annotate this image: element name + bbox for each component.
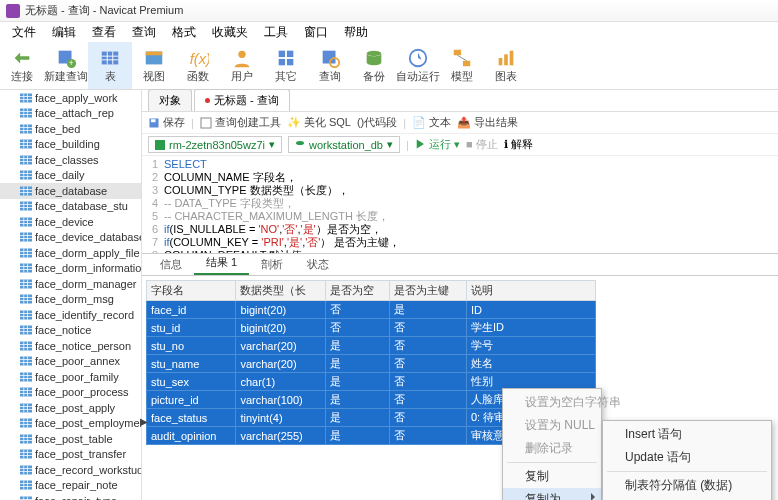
toolbar-chart-button[interactable]: 图表 (484, 42, 528, 89)
svg-point-18 (367, 51, 382, 57)
menu-工具[interactable]: 工具 (256, 22, 296, 43)
toolbar-view-button[interactable]: 视图 (132, 42, 176, 89)
tree-item-face_repair_note[interactable]: face_repair_note (0, 478, 141, 494)
col-header[interactable]: 数据类型（长 (236, 281, 326, 301)
toolbar-newquery-button[interactable]: +新建查询 (44, 42, 88, 89)
toolbar-query-button[interactable]: 查询 (308, 42, 352, 89)
sql-editor[interactable]: 1SELECT2 COLUMN_NAME 字段名，3 COLUMN_TYPE 数… (142, 156, 778, 254)
window-title: 无标题 - 查询 - Navicat Premium (25, 3, 183, 18)
toolbar-backup-button[interactable]: 备份 (352, 42, 396, 89)
col-header[interactable]: 是否为主键 (390, 281, 467, 301)
toolbar-model-button[interactable]: 模型 (440, 42, 484, 89)
menu-窗口[interactable]: 窗口 (296, 22, 336, 43)
tree-item-face_post_apply[interactable]: face_post_apply (0, 400, 141, 416)
document-tabs: 对象 无标题 - 查询 (142, 90, 778, 112)
export-results-button[interactable]: 📤导出结果 (457, 115, 518, 130)
tree-item-face_apply_work[interactable]: face_apply_work (0, 90, 141, 106)
server-combo[interactable]: rm-2zetn83n05wz7i ▾ (148, 136, 282, 153)
main-toolbar: 连接+新建查询表视图f(x)函数用户其它查询备份自动运行模型图表 (0, 42, 778, 90)
database-combo[interactable]: workstation_db ▾ (288, 136, 400, 153)
tree-item-face_post_table[interactable]: face_post_table (0, 431, 141, 447)
toolbar-user-button[interactable]: 用户 (220, 42, 264, 89)
svg-point-11 (238, 51, 245, 58)
current-row-indicator-icon: ▶ (140, 416, 148, 427)
menu-item[interactable]: 制表符分隔值 (数据) (603, 474, 771, 497)
tree-item-face_notice[interactable]: face_notice (0, 323, 141, 339)
tree-item-face_notice_person[interactable]: face_notice_person (0, 338, 141, 354)
tree-item-face_dorm_manager[interactable]: face_dorm_manager (0, 276, 141, 292)
toolbar-func-button[interactable]: f(x)函数 (176, 42, 220, 89)
svg-rect-51 (20, 171, 32, 180)
menu-item: 删除记录 (503, 437, 601, 460)
menu-item[interactable]: 复制 (503, 465, 601, 488)
tree-item-face_attach_rep[interactable]: face_attach_rep (0, 106, 141, 122)
svg-rect-101 (20, 326, 32, 335)
beautify-sql-button[interactable]: ✨美化 SQL (287, 115, 351, 130)
table-row[interactable]: face_idbigint(20)否是ID (147, 301, 596, 319)
menu-格式[interactable]: 格式 (164, 22, 204, 43)
svg-text:f(x): f(x) (190, 51, 209, 67)
menu-查询[interactable]: 查询 (124, 22, 164, 43)
svg-rect-23 (499, 58, 503, 65)
result-tab-1[interactable]: 结果 1 (194, 252, 249, 275)
tree-item-face_database[interactable]: face_database (0, 183, 141, 199)
tree-item-face_dorm_apply_file[interactable]: face_dorm_apply_file (0, 245, 141, 261)
tab-objects[interactable]: 对象 (148, 89, 192, 111)
tree-item-face_device_database[interactable]: face_device_database (0, 230, 141, 246)
menu-编辑[interactable]: 编辑 (44, 22, 84, 43)
menu-item[interactable]: Insert 语句 (603, 423, 771, 446)
code-snippet-button[interactable]: ()代码段 (357, 115, 397, 130)
result-tab-3[interactable]: 状态 (295, 254, 341, 275)
table-row[interactable]: stu_namevarchar(20)是否姓名 (147, 355, 596, 373)
svg-rect-121 (20, 388, 32, 397)
menu-帮助[interactable]: 帮助 (336, 22, 376, 43)
table-row[interactable]: stu_idbigint(20)否否学生ID (147, 319, 596, 337)
toolbar-connect-button[interactable]: 连接 (0, 42, 44, 89)
menu-查看[interactable]: 查看 (84, 22, 124, 43)
tree-item-face_daily[interactable]: face_daily (0, 168, 141, 184)
tree-item-face_post_employmen[interactable]: face_post_employmen (0, 416, 141, 432)
tree-item-face_dorm_informatior[interactable]: face_dorm_informatior (0, 261, 141, 277)
col-header[interactable]: 是否为空 (326, 281, 390, 301)
tree-item-face_database_stu[interactable]: face_database_stu (0, 199, 141, 215)
tree-item-face_poor_family[interactable]: face_poor_family (0, 369, 141, 385)
tab-query-untitled[interactable]: 无标题 - 查询 (194, 89, 290, 111)
toolbar-table-button[interactable]: 表 (88, 42, 132, 89)
tree-item-face_poor_annex[interactable]: face_poor_annex (0, 354, 141, 370)
svg-rect-24 (504, 54, 508, 65)
context-menu[interactable]: 设置为空白字符串设置为 NULL删除记录复制复制为粘贴显示 (502, 388, 602, 500)
text-button[interactable]: 📄文本 (412, 115, 451, 130)
context-submenu-copy-as[interactable]: Insert 语句Update 语句制表符分隔值 (数据)制表符分隔值 (字段名… (602, 420, 772, 500)
tree-item-face_record_workstudy[interactable]: face_record_workstudy (0, 462, 141, 478)
tree-item-face_poor_process[interactable]: face_poor_process (0, 385, 141, 401)
explain-button[interactable]: ℹ 解释 (504, 137, 533, 152)
result-tabs: 信息结果 1剖析状态 (142, 254, 778, 276)
menu-收藏夹[interactable]: 收藏夹 (204, 22, 256, 43)
save-button[interactable]: 保存 (148, 115, 185, 130)
menu-文件[interactable]: 文件 (4, 22, 44, 43)
tree-item-face_classes[interactable]: face_classes (0, 152, 141, 168)
menu-item[interactable]: 复制为 (503, 488, 601, 500)
tree-item-face_dorm_msg[interactable]: face_dorm_msg (0, 292, 141, 308)
run-button[interactable]: ▶ 运行 ▾ (415, 137, 460, 152)
tree-item-face_repair_type[interactable]: face_repair_type (0, 493, 141, 500)
tree-item-face_device[interactable]: face_device (0, 214, 141, 230)
tree-item-face_identify_record[interactable]: face_identify_record (0, 307, 141, 323)
toolbar-autorun-button[interactable]: 自动运行 (396, 42, 440, 89)
tree-item-face_bed[interactable]: face_bed (0, 121, 141, 137)
result-tab-2[interactable]: 剖析 (249, 254, 295, 275)
tree-item-face_building[interactable]: face_building (0, 137, 141, 153)
query-builder-button[interactable]: 查询创建工具 (200, 115, 281, 130)
table-row[interactable]: stu_novarchar(20)是否学号 (147, 337, 596, 355)
col-header[interactable]: 字段名 (147, 281, 236, 301)
svg-rect-194 (155, 140, 165, 150)
result-tab-0[interactable]: 信息 (148, 254, 194, 275)
col-header[interactable]: 说明 (466, 281, 595, 301)
toolbar-other-button[interactable]: 其它 (264, 42, 308, 89)
svg-rect-14 (279, 59, 285, 65)
tree-item-face_post_transfer[interactable]: face_post_transfer (0, 447, 141, 463)
menu-item[interactable]: Update 语句 (603, 446, 771, 469)
object-tree-sidebar[interactable]: face_apply_workface_attach_repface_bedfa… (0, 90, 142, 500)
svg-point-195 (296, 141, 304, 145)
query-toolbar: 保存 | 查询创建工具 ✨美化 SQL ()代码段 | 📄文本 📤导出结果 (142, 112, 778, 134)
